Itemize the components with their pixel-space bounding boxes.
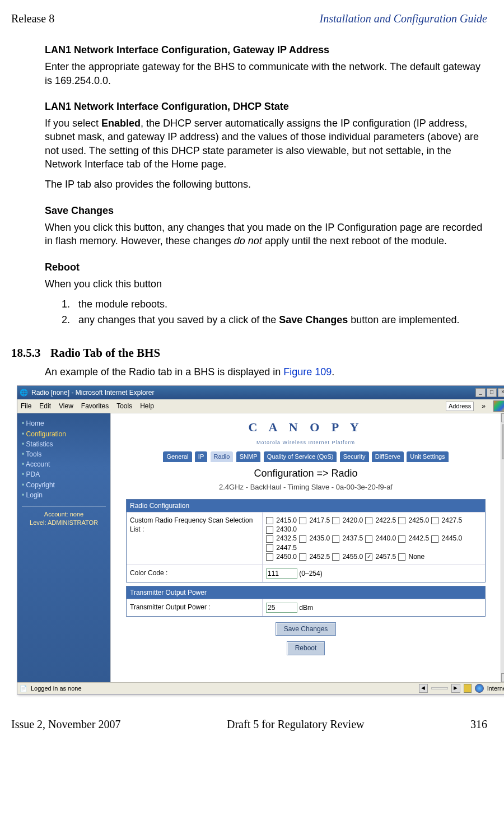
freq-checkbox[interactable] bbox=[431, 517, 438, 524]
save-changes-button[interactable]: Save Changes bbox=[276, 622, 337, 636]
tx-power-panel: Transmitter Output Power Transmitter Out… bbox=[126, 586, 486, 617]
windows-flag-icon[interactable] bbox=[493, 400, 504, 412]
status-zone-text: Internet bbox=[487, 684, 504, 693]
freq-checkbox[interactable] bbox=[398, 535, 405, 543]
vertical-scrollbar[interactable]: ▲ ▼ bbox=[501, 413, 504, 682]
para-gateway: Enter the appropriate gateway for the BH… bbox=[45, 60, 487, 87]
header-right: Installation and Configuration Guide bbox=[320, 11, 487, 26]
menu-tools[interactable]: Tools bbox=[116, 402, 132, 411]
ie-icon: 🌐 bbox=[20, 388, 28, 397]
freq-checkbox[interactable] bbox=[266, 517, 273, 524]
menu-view[interactable]: View bbox=[59, 402, 73, 411]
freq-checkbox[interactable] bbox=[299, 553, 306, 561]
status-page-icon: 📄 bbox=[20, 684, 27, 693]
freq-checkbox[interactable] bbox=[365, 517, 372, 524]
address-label[interactable]: Address bbox=[446, 402, 474, 411]
freq-checkbox[interactable] bbox=[332, 553, 339, 561]
tx-power-unit: dBm bbox=[299, 604, 313, 612]
para-reboot: When you click this button bbox=[45, 277, 487, 291]
account-info: Account: none Level: ADMINISTRATOR bbox=[22, 506, 106, 527]
freq-checkbox[interactable] bbox=[266, 553, 273, 561]
tab-snmp[interactable]: SNMP bbox=[236, 451, 261, 462]
freq-checkbox[interactable] bbox=[299, 517, 306, 524]
scroll-up-icon[interactable]: ▲ bbox=[501, 413, 504, 422]
tab-ip[interactable]: IP bbox=[195, 451, 207, 462]
freq-checkbox[interactable] bbox=[431, 535, 438, 543]
freq-checkbox[interactable] bbox=[332, 535, 339, 543]
tab-general[interactable]: General bbox=[163, 451, 192, 462]
para-save: When you click this button, any changes … bbox=[45, 221, 487, 248]
sidebar-item-statistics[interactable]: Statistics bbox=[22, 440, 106, 449]
list-item: any changes that you saved by a click of… bbox=[73, 313, 487, 327]
sidebar-item-pda[interactable]: PDA bbox=[22, 470, 106, 479]
close-button[interactable]: × bbox=[498, 388, 504, 397]
heading-dhcp: LAN1 Network Interface Configuration, DH… bbox=[45, 100, 487, 113]
menu-help[interactable]: Help bbox=[140, 402, 154, 411]
reboot-button[interactable]: Reboot bbox=[287, 641, 325, 655]
sidebar-item-tools[interactable]: Tools bbox=[22, 450, 106, 459]
maximize-button[interactable]: □ bbox=[487, 388, 497, 397]
scroll-down-icon[interactable]: ▼ bbox=[501, 673, 504, 682]
heading-gateway: LAN1 Network Interface Configuration, Ga… bbox=[45, 43, 487, 57]
internet-zone-icon bbox=[475, 684, 484, 693]
heading-reboot: Reboot bbox=[45, 260, 487, 274]
figure-screenshot: 🌐 Radio [none] - Microsoft Internet Expl… bbox=[17, 385, 487, 695]
para-dhcp: If you select Enabled, the DHCP server a… bbox=[45, 116, 487, 171]
tab-bar: General IP Radio SNMP Quality of Service… bbox=[111, 451, 501, 462]
tab-qos[interactable]: Quality of Service (QoS) bbox=[264, 451, 337, 462]
sidebar-item-home[interactable]: Home bbox=[22, 419, 106, 428]
config-page-title: Configuration => Radio bbox=[111, 467, 501, 480]
footer-left: Issue 2, November 2007 bbox=[11, 717, 121, 732]
freq-checkbox[interactable] bbox=[266, 544, 273, 552]
tab-unit-settings[interactable]: Unit Settings bbox=[407, 451, 448, 462]
device-info: 2.4GHz - BackHaul - Timing Slave - 0a-00… bbox=[111, 482, 501, 492]
scroll-right-icon[interactable]: ▶ bbox=[451, 684, 460, 693]
color-code-hint: (0–254) bbox=[299, 570, 322, 577]
freq-checkbox[interactable] bbox=[332, 517, 339, 524]
sidebar-item-configuration[interactable]: Configuration bbox=[22, 430, 106, 439]
figure-link[interactable]: Figure 109 bbox=[283, 366, 332, 377]
footer-right: 316 bbox=[470, 717, 487, 732]
menu-favorites[interactable]: Favorites bbox=[81, 402, 109, 411]
tab-radio[interactable]: Radio bbox=[211, 451, 234, 462]
menu-bar: File Edit View Favorites Tools Help Addr… bbox=[17, 399, 504, 413]
menu-edit[interactable]: Edit bbox=[39, 402, 51, 411]
status-progress bbox=[431, 687, 448, 689]
freq-checkbox[interactable] bbox=[365, 535, 372, 543]
panel-header: Radio Configuration bbox=[127, 500, 485, 512]
reboot-steps: the module reboots. any changes that you… bbox=[62, 297, 487, 327]
menu-file[interactable]: File bbox=[21, 402, 31, 411]
logo-subtitle: Motorola Wireless Internet Platform bbox=[111, 439, 501, 446]
freq-scan-label: Custom Radio Frequency Scan Selection Li… bbox=[127, 512, 263, 565]
page-footer: Issue 2, November 2007 Draft 5 for Regul… bbox=[11, 717, 487, 732]
footer-center: Draft 5 for Regulatory Review bbox=[227, 717, 364, 732]
status-text: Logged in as none bbox=[31, 684, 82, 693]
minimize-button[interactable]: _ bbox=[475, 388, 486, 397]
freq-checkbox[interactable] bbox=[398, 553, 405, 561]
tx-power-label: Transmitter Output Power : bbox=[127, 599, 263, 616]
color-code-input[interactable] bbox=[266, 568, 297, 579]
window-title: Radio [none] - Microsoft Internet Explor… bbox=[31, 388, 154, 397]
radio-config-panel: Radio Configuration Custom Radio Frequen… bbox=[126, 499, 486, 582]
header-left: Release 8 bbox=[11, 11, 54, 26]
tx-power-input[interactable] bbox=[266, 603, 297, 613]
scroll-thumb[interactable] bbox=[502, 425, 504, 459]
sidebar-item-account[interactable]: Account bbox=[22, 460, 106, 469]
list-item: the module reboots. bbox=[73, 297, 487, 311]
chevron-icon[interactable]: » bbox=[482, 402, 486, 411]
freq-checkbox[interactable] bbox=[398, 517, 405, 524]
sidebar-nav: Home Configuration Statistics Tools Acco… bbox=[17, 413, 110, 682]
freq-checkbox[interactable] bbox=[365, 553, 372, 561]
sidebar-item-copyright[interactable]: Copyright bbox=[22, 481, 106, 490]
section-heading: 18.5.3Radio Tab of the BHS bbox=[11, 345, 487, 361]
para-section-intro: An example of the Radio tab in a BHS is … bbox=[45, 365, 487, 379]
tab-security[interactable]: Security bbox=[340, 451, 369, 462]
color-code-label: Color Code : bbox=[127, 565, 263, 582]
freq-checkbox[interactable] bbox=[266, 535, 273, 543]
freq-checkbox[interactable] bbox=[299, 535, 306, 543]
scroll-left-icon[interactable]: ◀ bbox=[419, 684, 428, 693]
freq-checkbox[interactable] bbox=[266, 526, 273, 534]
heading-save: Save Changes bbox=[45, 204, 487, 217]
tab-diffserve[interactable]: DiffServe bbox=[372, 451, 404, 462]
sidebar-item-login[interactable]: Login bbox=[22, 491, 106, 500]
